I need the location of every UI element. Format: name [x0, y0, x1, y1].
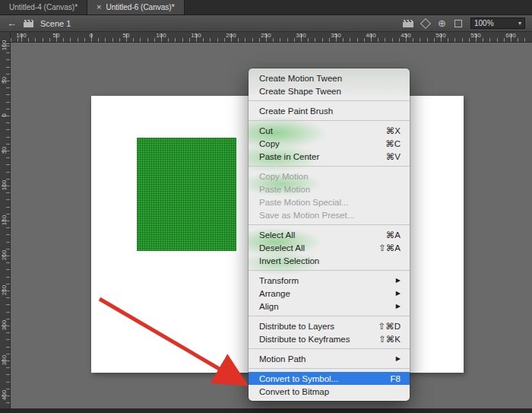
menu-separator [249, 348, 410, 349]
menu-separator [249, 368, 410, 369]
menu-item-shortcut: ⌘A [386, 230, 401, 240]
menu-item-create-motion-tween[interactable]: Create Motion Tween [249, 71, 410, 84]
menu-item-label: Copy Motion [259, 172, 401, 181]
menu-item-distribute-to-layers[interactable]: Distribute to Layers⇧⌘D [249, 319, 410, 332]
menu-item-convert-to-symbol[interactable]: Convert to Symbol...F8 [249, 372, 410, 385]
menu-item-shortcut: F8 [391, 374, 401, 383]
menu-item-label: Save as Motion Preset... [259, 211, 401, 220]
edit-bar-right-controls: ⊕ 100% ▾ [403, 17, 525, 29]
ruler-label-h: 400 [366, 32, 375, 39]
ruler-label-h: 150 [191, 32, 201, 39]
menu-item-deselect-all[interactable]: Deselect All⇧⌘A [249, 241, 410, 254]
menu-item-label: Convert to Symbol... [259, 374, 382, 383]
menu-item-create-shape-tween[interactable]: Create Shape Tween [249, 84, 410, 97]
menu-item-shortcut: ⇧⌘A [378, 243, 401, 253]
ruler-label-v: 0 [1, 109, 8, 122]
menu-item-convert-to-bitmap[interactable]: Convert to Bitmap [249, 385, 410, 398]
menu-item-label: Distribute to Keyframes [259, 335, 369, 344]
ruler-vertical[interactable]: 10050050100150200250300350400 [0, 43, 11, 408]
menu-item-save-as-motion-preset: Save as Motion Preset... [249, 208, 410, 221]
menu-item-shortcut: ⌘X [386, 125, 401, 136]
menu-item-paste-motion: Paste Motion [249, 183, 410, 195]
menu-item-label: Align [259, 302, 387, 311]
menu-item-arrange[interactable]: Arrange▶ [249, 287, 410, 300]
menu-item-label: Distribute to Layers [259, 322, 369, 331]
ruler-label-h: 550 [470, 32, 480, 39]
menu-item-label: Invert Selection [259, 256, 401, 265]
ruler-label-v: 100 [1, 39, 8, 52]
menu-item-distribute-to-keyframes[interactable]: Distribute to Keyframes⇧⌘K [249, 332, 410, 345]
ruler-horizontal[interactable]: 1005005010015020025030035040045050055060… [11, 32, 532, 43]
menu-item-shortcut: ⌘V [386, 151, 401, 162]
edit-scene-icon[interactable] [403, 20, 413, 27]
ruler-label-v: 350 [1, 354, 8, 367]
menu-item-label: Copy [259, 139, 376, 148]
menu-item-create-paint-brush[interactable]: Create Paint Brush [249, 104, 410, 117]
menu-separator [249, 100, 410, 101]
menu-item-cut[interactable]: Cut⌘X [249, 124, 410, 137]
menu-item-copy-motion: Copy Motion [249, 170, 410, 183]
ruler-label-v: 100 [1, 179, 8, 192]
tab-label: Untitled-6 (Canvas)* [106, 3, 174, 11]
menu-item-label: Deselect All [259, 243, 369, 253]
ruler-label-h: 100 [156, 32, 166, 39]
back-arrow-icon[interactable]: ← [7, 18, 17, 28]
ruler-label-h: 50 [123, 32, 130, 39]
ruler-label-v: 300 [1, 319, 8, 332]
menu-item-shortcut: ⇧⌘D [378, 321, 401, 332]
menu-item-label: Select All [259, 230, 377, 240]
menu-item-label: Transform [259, 276, 387, 285]
ruler-label-h: 100 [16, 32, 26, 39]
ruler-label-h: 300 [296, 32, 306, 39]
menu-item-transform[interactable]: Transform▶ [249, 274, 410, 287]
selected-green-rectangle[interactable] [137, 138, 236, 251]
close-icon[interactable]: × [97, 3, 101, 11]
ruler-label-h: 600 [505, 32, 515, 39]
tab-label: Untitled-4 (Canvas)* [9, 3, 78, 11]
menu-item-shortcut: ⌘C [385, 138, 401, 149]
center-frame-crosshair-icon[interactable]: ⊕ [438, 18, 446, 28]
menu-item-shortcut: ⇧⌘K [378, 334, 401, 345]
scene-breadcrumb: Scene 1 [40, 19, 71, 28]
menu-separator [249, 316, 410, 316]
submenu-arrow-icon: ▶ [396, 277, 401, 284]
tab-untitled-6[interactable]: × Untitled-6 (Canvas)* [87, 0, 184, 14]
menu-item-label: Cut [259, 126, 377, 135]
menu-separator [249, 120, 410, 121]
menu-separator [249, 270, 410, 271]
ruler-label-h: 200 [226, 32, 236, 39]
ruler-label-h: 450 [401, 32, 410, 39]
options-box-icon[interactable] [454, 20, 462, 27]
menu-item-copy[interactable]: Copy⌘C [249, 137, 410, 150]
context-menu: Create Motion TweenCreate Shape TweenCre… [249, 68, 410, 401]
menu-item-label: Arrange [259, 289, 387, 298]
chevron-down-icon: ▾ [518, 20, 521, 27]
submenu-arrow-icon: ▶ [396, 303, 401, 310]
submenu-arrow-icon: ▶ [396, 290, 401, 297]
scene-clapperboard-icon [24, 20, 33, 27]
menu-item-label: Paste in Center [259, 152, 377, 161]
menu-item-select-all[interactable]: Select All⌘A [249, 228, 410, 241]
zoom-dropdown[interactable]: 100% ▾ [470, 17, 525, 29]
menu-item-label: Paste Motion Special... [259, 198, 401, 207]
tab-bar: Untitled-4 (Canvas)* × Untitled-6 (Canva… [0, 0, 532, 15]
edit-symbols-icon[interactable] [420, 17, 431, 28]
ruler-label-v: 400 [1, 389, 8, 402]
ruler-label-h: 50 [53, 32, 60, 39]
menu-item-label: Convert to Bitmap [259, 387, 401, 396]
menu-item-label: Create Shape Tween [259, 87, 401, 96]
ruler-label-h: 350 [331, 32, 340, 39]
tab-untitled-4[interactable]: Untitled-4 (Canvas)* [0, 0, 87, 14]
zoom-value: 100% [474, 19, 494, 27]
menu-separator [249, 224, 410, 225]
edit-bar: ← Scene 1 ⊕ 100% ▾ [0, 15, 532, 32]
menu-item-label: Create Motion Tween [259, 74, 401, 83]
menu-item-paste-in-center[interactable]: Paste in Center⌘V [249, 150, 410, 163]
menu-item-invert-selection[interactable]: Invert Selection [249, 254, 410, 267]
menu-item-align[interactable]: Align▶ [249, 300, 410, 313]
ruler-label-h: 500 [435, 32, 445, 39]
menu-item-motion-path[interactable]: Motion Path▶ [249, 352, 410, 365]
menu-separator [249, 166, 410, 167]
menu-item-label: Create Paint Brush [259, 106, 401, 116]
menu-item-label: Paste Motion [259, 185, 401, 194]
